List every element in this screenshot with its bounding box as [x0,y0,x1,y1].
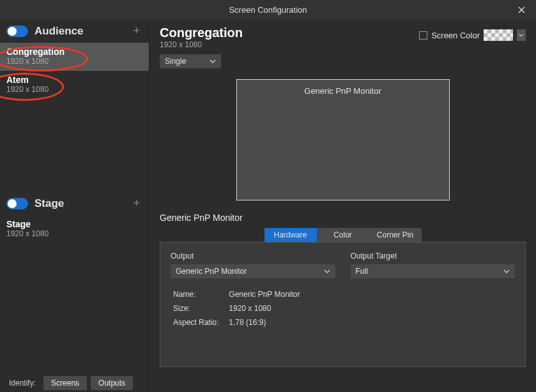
output-dropdown[interactable]: Generic PnP Monitor [171,264,335,278]
screen-color-label: Screen Color [431,31,480,40]
sidebar-item-resolution: 1920 x 1080 [6,57,142,66]
sidebar-item-label: Stage [6,219,142,229]
info-size-value: 1920 x 1080 [229,304,271,313]
output-target-dropdown[interactable]: Full [351,264,516,278]
stage-label: Stage [34,197,130,210]
info-ar-label: Aspect Ratio: [173,318,227,327]
main-panel: Congregation 1920 x 1080 Screen Color Si… [149,19,536,392]
sidebar-item-resolution: 1920 x 1080 [6,85,142,94]
output-label: Output [171,252,335,260]
monitor-info: Name: Generic PnP Monitor Size: 1920 x 1… [171,290,515,327]
chevron-down-icon [324,268,330,275]
audience-toggle[interactable] [6,26,28,37]
audience-label: Audience [34,25,130,38]
chevron-down-icon [210,58,216,64]
tab-hardware[interactable]: Hardware [264,228,317,242]
chevron-down-icon [503,268,510,275]
tab-color[interactable]: Color [317,228,369,242]
mode-dropdown[interactable]: Single [160,54,221,68]
sidebar: Audience + Congregation 1920 x 1080 Atem… [0,19,149,392]
sidebar-item-label: Atem [6,75,142,85]
sidebar-item-resolution: 1920 x 1080 [6,229,142,238]
audience-header: Audience + [0,19,149,43]
sidebar-item-stage[interactable]: Stage 1920 x 1080 [0,215,149,243]
screen-color-checkbox[interactable] [419,31,427,40]
page-title: Congregation [160,26,419,40]
add-audience-button[interactable]: + [130,24,142,38]
stage-toggle[interactable] [6,198,28,209]
output-target-value: Full [356,267,498,276]
monitor-preview[interactable]: Generic PnP Monitor [236,79,450,200]
info-size-label: Size: [173,304,227,313]
monitor-preview-label: Generic PnP Monitor [304,86,381,96]
info-name-value: Generic PnP Monitor [229,290,300,299]
info-name-label: Name: [173,290,227,299]
details-body: Output Generic PnP Monitor Output Target… [160,242,526,367]
stage-header: Stage + [0,192,149,215]
identify-outputs-button[interactable]: Outputs [91,376,133,390]
title-bar: Screen Configuration [0,0,536,19]
tab-corner-pin[interactable]: Corner Pin [369,228,422,242]
details-tabs: Hardware Color Corner Pin [160,228,526,242]
page-resolution: 1920 x 1080 [160,40,419,49]
info-ar-value: 1.78 (16:9) [229,318,266,327]
add-stage-button[interactable]: + [130,197,142,210]
output-target-label: Output Target [351,252,516,260]
mode-value: Single [165,57,203,66]
sidebar-item-label: Congregation [6,47,142,57]
sidebar-item-atem[interactable]: Atem 1920 x 1080 [0,71,149,99]
screen-color-dropdown[interactable] [517,29,526,41]
identify-label: Identify: [9,379,36,388]
details-title: Generic PnP Monitor [160,213,526,223]
identify-screens-button[interactable]: Screens [43,376,87,390]
window-title: Screen Configuration [229,5,307,15]
sidebar-item-congregation[interactable]: Congregation 1920 x 1080 [0,43,149,71]
identify-bar: Identify: Screens Outputs [0,374,149,392]
close-button[interactable] [507,0,536,19]
output-value: Generic PnP Monitor [176,267,318,276]
screen-color-swatch[interactable] [484,29,513,41]
